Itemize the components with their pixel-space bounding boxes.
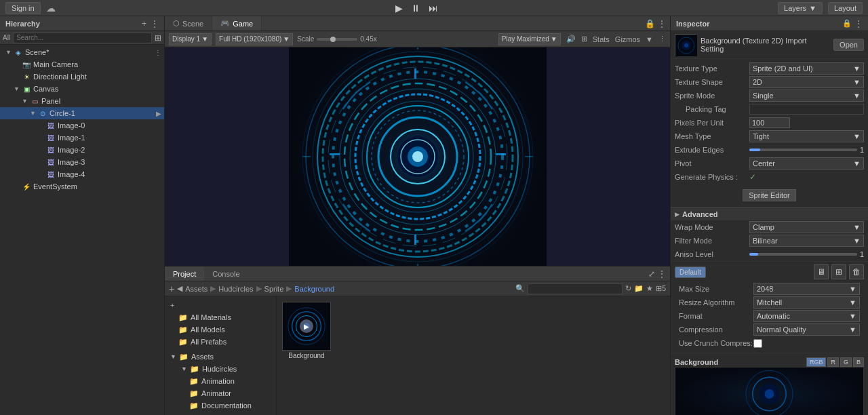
step-button[interactable]: ⏭ (426, 1, 441, 15)
packing-tag-input[interactable] (749, 104, 864, 115)
proj-prefab[interactable]: 📁 Prefab (165, 412, 276, 415)
breadcrumb-hudcircles[interactable]: Hudcircles (218, 285, 253, 293)
star-icon[interactable]: ★ (646, 284, 653, 293)
proj-assets[interactable]: ▼ 📁 Assets (165, 351, 276, 363)
folder-icon[interactable]: 📁 (634, 284, 644, 293)
circle1-more-icon[interactable]: ▶ (156, 110, 161, 117)
channel-rgb-button[interactable]: RGB (806, 357, 827, 367)
scale-slider[interactable] (317, 38, 357, 41)
stats-label[interactable]: Stats (593, 35, 610, 43)
audio-icon[interactable]: 🔊 (566, 35, 576, 43)
proj-documentation[interactable]: 📁 Documentation (165, 399, 276, 412)
hierarchy-item-eventsystem[interactable]: ⚡ EventSystem (0, 180, 164, 193)
more-toolbar-icon[interactable]: ⋮ (658, 35, 666, 43)
channel-g-button[interactable]: G (840, 357, 852, 367)
pixels-per-unit-input[interactable] (749, 117, 790, 128)
hierarchy-item-image3[interactable]: 🖼 Image-3 (0, 156, 164, 168)
play-button[interactable]: ▶ (393, 1, 406, 15)
proj-hudcircles[interactable]: ▼ 📁 Hudcircles (165, 363, 276, 375)
play-maximized-dropdown[interactable]: Play Maximized ▼ (498, 33, 561, 45)
inspector-more-icon[interactable]: ⋮ (854, 19, 863, 28)
display-dropdown[interactable]: Display 1 ▼ (169, 33, 212, 45)
aniso-level-slider[interactable] (749, 253, 857, 256)
filter-mode-dropdown[interactable]: Bilinear ▼ (749, 235, 864, 247)
refresh-icon[interactable]: ↻ (625, 284, 631, 293)
hierarchy-item-light[interactable]: ☀ Directional Light (0, 71, 164, 83)
hierarchy-item-canvas[interactable]: ▼ ▣ Canvas (0, 83, 164, 95)
compression-label: Compression (679, 325, 753, 334)
extrude-edges-slider[interactable] (749, 149, 857, 151)
advanced-section-header[interactable]: ▶ Advanced (671, 207, 868, 220)
proj-all-materials[interactable]: 📁 All Materials (165, 311, 276, 323)
hierarchy-item-image1[interactable]: 🖼 Image-1 (0, 132, 164, 144)
default-platform-button[interactable]: Default (675, 266, 706, 278)
sign-in-button[interactable]: Sign in (5, 2, 41, 14)
hierarchy-item-camera[interactable]: 📷 Main Camera (0, 58, 164, 71)
tab-game[interactable]: 🎮 Game (212, 16, 262, 31)
hierarchy-scene[interactable]: ▼ ◈ Scene* ⋮ (0, 46, 164, 58)
maximize-panel-icon[interactable]: ⤢ (648, 269, 655, 279)
max-size-dropdown[interactable]: 2048 ▼ (753, 283, 860, 295)
resize-algorithm-dropdown[interactable]: Mitchell ▼ (753, 296, 860, 309)
platform-delete-icon[interactable]: 🗑 (849, 264, 864, 279)
channel-r-button[interactable]: R (827, 357, 839, 367)
tab-scene[interactable]: ⬡ Scene (165, 16, 212, 31)
wrap-mode-dropdown[interactable]: Clamp ▼ (749, 221, 864, 233)
pause-button[interactable]: ⏸ (408, 1, 423, 15)
scene-more-icon[interactable]: ⋮ (155, 49, 161, 56)
layers-button[interactable]: Layers ▼ (778, 2, 823, 14)
platform-grid-icon[interactable]: ⊞ (831, 264, 846, 279)
asset-background[interactable]: ▶ Background (282, 302, 331, 359)
hierarchy-add-icon[interactable]: + (142, 19, 146, 28)
proj-add-btn[interactable]: + (165, 299, 276, 311)
compression-dropdown[interactable]: Normal Quality ▼ (753, 323, 860, 336)
hierarchy-filter-icon[interactable]: ⊞ (155, 33, 161, 43)
asset-play-icon[interactable]: ▶ (300, 319, 313, 333)
breadcrumb-assets[interactable]: Assets (185, 285, 208, 293)
display-count-icon[interactable]: ⊞ (581, 35, 587, 43)
breadcrumb-background[interactable]: Background (294, 285, 334, 293)
channel-b-button[interactable]: B (853, 357, 864, 367)
tab-project[interactable]: Project (165, 266, 204, 281)
pivot-dropdown[interactable]: Center ▼ (749, 157, 864, 170)
hierarchy-search[interactable] (13, 33, 152, 43)
format-dropdown[interactable]: Automatic ▼ (753, 310, 860, 322)
hierarchy-menu-icon[interactable]: ⋮ (151, 19, 159, 28)
add-asset-icon[interactable]: + (169, 283, 174, 294)
gizmos-arrow-icon[interactable]: ▼ (646, 35, 653, 43)
use-crunch-checkbox[interactable] (753, 339, 762, 348)
slider-icon[interactable]: ⊞5 (656, 284, 666, 293)
hierarchy-item-panel[interactable]: ▼ ▭ Panel (0, 95, 164, 107)
breadcrumb-sprite[interactable]: Sprite (264, 285, 284, 293)
proj-all-models[interactable]: 📁 All Models (165, 323, 276, 336)
breadcrumb: ◀ Assets ▶ Hudcircles ▶ Sprite ▶ Backgro… (177, 284, 513, 293)
texture-shape-dropdown[interactable]: 2D ▼ (749, 76, 864, 88)
resolution-dropdown[interactable]: Full HD (1920x1080) ▼ (216, 33, 293, 45)
asset-grid: ▶ Background (277, 296, 670, 415)
texture-type-dropdown[interactable]: Sprite (2D and UI) ▼ (749, 62, 864, 75)
mesh-type-dropdown[interactable]: Tight ▼ (749, 130, 864, 142)
more-view-icon[interactable]: ⋮ (658, 19, 666, 28)
tab-console[interactable]: Console (204, 266, 248, 281)
hierarchy-item-image2[interactable]: 🖼 Image-2 (0, 144, 164, 156)
proj-animation[interactable]: 📁 Animation (165, 375, 276, 387)
sprite-mode-dropdown[interactable]: Single ▼ (749, 90, 864, 102)
layout-button[interactable]: Layout (828, 2, 863, 14)
proj-all-prefabs[interactable]: 📁 All Prefabs (165, 336, 276, 348)
search-panel-icon[interactable]: 🔍 (515, 284, 525, 293)
lock-view-icon[interactable]: 🔒 (645, 19, 655, 28)
more-panel-icon[interactable]: ⋮ (658, 269, 666, 279)
generate-physics-value: ✓ (749, 172, 864, 182)
hierarchy-item-image0[interactable]: 🖼 Image-0 (0, 119, 164, 132)
platform-monitor-icon[interactable]: 🖥 (814, 264, 829, 279)
hierarchy-item-circle1[interactable]: ▼ ⊙ Circle-1 ▶ (0, 107, 164, 119)
inspector-lock-icon[interactable]: 🔒 (842, 19, 852, 28)
generate-physics-checkbox[interactable]: ✓ (749, 172, 756, 182)
proj-animator[interactable]: 📁 Animator (165, 387, 276, 399)
inspector-open-button[interactable]: Open (833, 39, 864, 51)
sprite-editor-button[interactable]: Sprite Editor (743, 189, 796, 201)
gizmos-label[interactable]: Gizmos (615, 35, 640, 43)
breadcrumb-back-icon[interactable]: ◀ (177, 284, 182, 293)
hierarchy-item-image4[interactable]: 🖼 Image-4 (0, 168, 164, 180)
project-search-input[interactable] (528, 283, 623, 294)
